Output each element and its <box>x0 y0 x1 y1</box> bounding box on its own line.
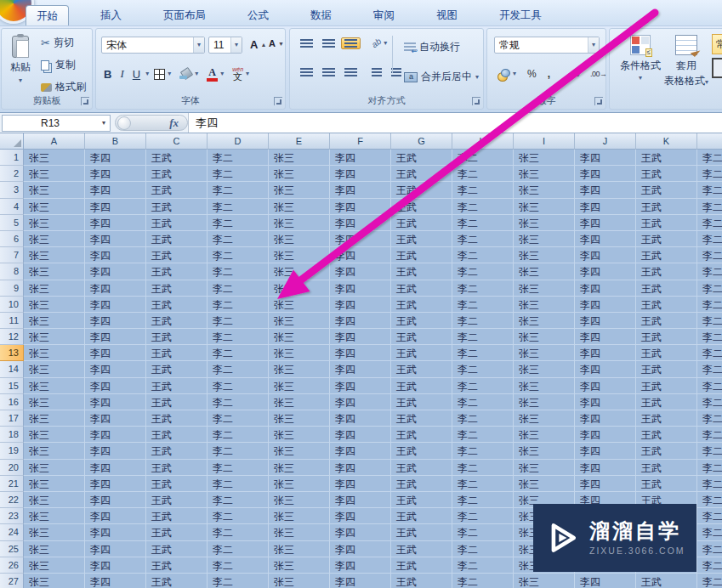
grid-cell[interactable]: 王武 <box>636 378 697 394</box>
grid-cell[interactable]: 王武 <box>391 476 452 492</box>
grid-cell[interactable]: 张三 <box>514 166 575 182</box>
grid-cell[interactable]: 王武 <box>146 394 208 410</box>
grid-cell[interactable]: 李四 <box>330 280 391 297</box>
grid-cell[interactable]: 张三 <box>24 215 85 231</box>
font-color-dropdown-icon[interactable]: ▾ <box>220 71 224 77</box>
number-format-combo[interactable]: 常规 ▾ <box>494 37 600 54</box>
grid-cell[interactable]: 李二 <box>208 231 269 247</box>
grid-cell[interactable]: 李四 <box>330 524 391 540</box>
grid-cell[interactable]: 王武 <box>391 329 452 345</box>
grid-cell[interactable]: 张三 <box>269 231 330 247</box>
grid-cell[interactable]: 王武 <box>146 247 208 263</box>
grid-cell[interactable]: 张三 <box>269 247 330 263</box>
grid-cell[interactable]: 张三 <box>24 313 85 329</box>
grid-cell[interactable]: 王武 <box>391 150 452 166</box>
grid-cell[interactable]: 张三 <box>24 427 85 443</box>
paste-dropdown-icon[interactable]: ▾ <box>19 77 22 84</box>
grid-cell[interactable]: 王武 <box>391 427 452 443</box>
grid-cell[interactable]: 张三 <box>514 150 575 166</box>
grid-cell[interactable]: 李四 <box>575 313 636 329</box>
grid-cell[interactable]: 李二 <box>208 492 269 508</box>
grid-cell[interactable]: 李二 <box>452 574 514 588</box>
grid-cell[interactable]: 张三 <box>24 182 85 198</box>
grid-cell[interactable]: 王武 <box>636 410 697 427</box>
grid-cell[interactable]: 张三 <box>24 199 85 215</box>
grid-cell[interactable]: 张三 <box>269 166 330 182</box>
grid-cell[interactable]: 王武 <box>146 345 208 361</box>
row-header[interactable]: 13 <box>0 345 24 361</box>
grid-cell[interactable]: 李二 <box>208 460 269 476</box>
underline-button[interactable]: U <box>129 66 144 82</box>
grid-cell[interactable]: 李四 <box>330 557 391 574</box>
grid-cell[interactable]: 王武 <box>146 313 208 329</box>
grid-cell[interactable]: 李四 <box>85 231 146 247</box>
alignment-dialog-launcher[interactable] <box>472 97 480 105</box>
grid-cell[interactable]: 张三 <box>269 280 330 297</box>
grid-cell[interactable]: 李四 <box>85 313 146 329</box>
font-name-combo[interactable]: 宋体 ▾ <box>101 37 205 54</box>
grid-cell[interactable]: 王武 <box>146 460 208 476</box>
font-name-dropdown-icon[interactable]: ▾ <box>193 37 204 53</box>
grid-cell[interactable]: 张三 <box>24 329 85 345</box>
grid-cell[interactable]: 李四 <box>85 182 146 198</box>
grid-cell[interactable]: 王武 <box>146 215 208 231</box>
currency-button[interactable]: ▾ <box>494 67 520 82</box>
grid-cell[interactable]: 李二 <box>697 443 722 459</box>
grid-cell[interactable]: 李二 <box>697 492 722 508</box>
grid-cell[interactable]: 张三 <box>24 378 85 394</box>
grid-cell[interactable]: 李四 <box>575 329 636 345</box>
row-header[interactable]: 20 <box>0 460 24 476</box>
grid-cell[interactable]: 王武 <box>636 574 697 588</box>
grid-cell[interactable]: 李二 <box>208 280 269 297</box>
grid-cell[interactable]: 张三 <box>269 199 330 215</box>
grid-cell[interactable]: 李四 <box>330 460 391 476</box>
grid-cell[interactable]: 张三 <box>24 297 85 313</box>
column-header[interactable]: H <box>452 133 514 150</box>
grid-cell[interactable]: 李二 <box>697 199 722 215</box>
grid-cell[interactable]: 张三 <box>514 247 575 263</box>
row-header[interactable]: 17 <box>0 410 24 427</box>
grid-cell[interactable]: 李二 <box>697 297 722 313</box>
grid-cell[interactable]: 王武 <box>391 443 452 459</box>
column-header[interactable]: F <box>330 133 391 150</box>
comma-button[interactable]: , <box>544 66 554 82</box>
row-header[interactable]: 7 <box>0 247 24 263</box>
column-header[interactable]: I <box>514 133 575 150</box>
grid-cell[interactable]: 张三 <box>514 297 575 313</box>
grid-cell[interactable]: 李四 <box>575 378 636 394</box>
grid-cell[interactable]: 张三 <box>24 410 85 427</box>
grid-cell[interactable]: 李二 <box>697 410 722 427</box>
grid-cell[interactable]: 李二 <box>208 199 269 215</box>
grid-cell[interactable]: 张三 <box>514 280 575 297</box>
grid-cell[interactable]: 张三 <box>24 166 85 182</box>
grid-cell[interactable]: 王武 <box>146 166 208 182</box>
grid-cell[interactable]: 王武 <box>636 199 697 215</box>
grid-cell[interactable]: 王武 <box>391 263 452 280</box>
borders-button[interactable]: ▾ <box>151 67 174 82</box>
row-header[interactable]: 15 <box>0 378 24 394</box>
row-header[interactable]: 27 <box>0 574 24 588</box>
grid-cell[interactable]: 李二 <box>697 313 722 329</box>
grid-cell[interactable]: 王武 <box>636 247 697 263</box>
grid-cell[interactable]: 李二 <box>697 166 722 182</box>
grid-cell[interactable]: 李二 <box>452 361 514 377</box>
grid-cell[interactable]: 李四 <box>85 508 146 524</box>
row-header[interactable]: 1 <box>0 150 24 166</box>
grid-cell[interactable]: 李二 <box>452 182 514 198</box>
grid-cell[interactable]: 李四 <box>85 345 146 361</box>
row-header[interactable]: 4 <box>0 199 24 215</box>
grid-cell[interactable]: 张三 <box>269 443 330 459</box>
column-header[interactable]: C <box>146 133 208 150</box>
grid-cell[interactable]: 王武 <box>636 313 697 329</box>
grid-cell[interactable]: 张三 <box>269 460 330 476</box>
grid-cell[interactable]: 李四 <box>330 443 391 459</box>
grid-cell[interactable]: 李二 <box>452 443 514 459</box>
grid-cell[interactable]: 李二 <box>697 361 722 377</box>
grid-cell[interactable]: 李二 <box>452 492 514 508</box>
name-box-dropdown-icon[interactable]: ▾ <box>98 120 110 127</box>
grid-cell[interactable]: 李二 <box>208 443 269 459</box>
grid-cell[interactable]: 王武 <box>636 476 697 492</box>
grid-cell[interactable]: 王武 <box>636 361 697 377</box>
grid-cell[interactable]: 王武 <box>146 378 208 394</box>
grid-cell[interactable]: 李二 <box>452 231 514 247</box>
